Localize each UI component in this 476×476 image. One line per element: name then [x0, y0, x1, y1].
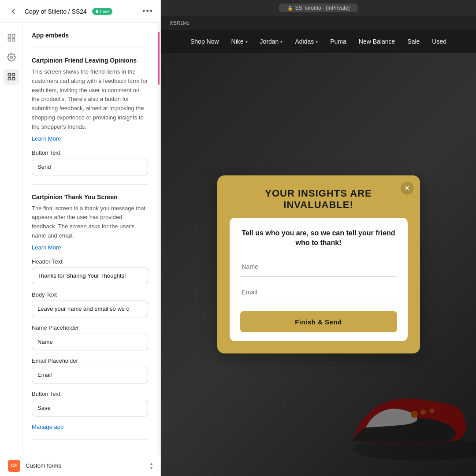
chevron-up-down-icon: ▲ ▼ — [149, 461, 153, 470]
thank-you-title: Cartpinion Thank You Screen — [32, 193, 148, 201]
body-text-label: Body Text — [32, 291, 148, 298]
nav-item-nike[interactable]: Nike ▾ — [231, 38, 248, 45]
nav-item-jordan[interactable]: Jordan ▾ — [260, 38, 283, 45]
left-sidebar — [0, 23, 23, 455]
svg-point-4 — [10, 56, 12, 59]
friend-opinions-body: This screen shows the friend items in th… — [32, 67, 148, 132]
modal-email-input[interactable] — [240, 282, 397, 302]
svg-rect-2 — [8, 39, 11, 41]
sidebar-icon-apps[interactable] — [4, 69, 19, 85]
nav-item-sale[interactable]: Sale — [407, 38, 420, 45]
main-content-area: App embeds Cartpinion Friend Leaving Opi… — [0, 23, 160, 455]
nav-item-new-balance[interactable]: New Balance — [359, 38, 395, 45]
svg-rect-3 — [12, 39, 15, 41]
learn-more-link-1[interactable]: Learn More — [32, 135, 61, 142]
right-panel: 🔒 SS Toronto - [InPrivate] j6BR1Mz Shop … — [161, 0, 476, 476]
manage-app-link[interactable]: Manage app — [32, 424, 63, 430]
button-text-input-2[interactable] — [32, 400, 148, 416]
modal-overlay: ✕ YOUR INSIGHTS ARE INVALUABLE! Tell us … — [161, 53, 476, 476]
lock-icon: 🔒 — [287, 6, 293, 11]
scroll-content[interactable]: App embeds Cartpinion Friend Leaving Opi… — [23, 23, 157, 455]
divider-2 — [32, 184, 148, 185]
nav-item-shop-now[interactable]: Shop Now — [190, 38, 219, 45]
toggle-stub[interactable]: ▲ ▼ — [149, 461, 153, 470]
page-title: Copy of Stiletto / SS24 — [25, 8, 87, 15]
nav-item-puma[interactable]: Puma — [330, 38, 346, 45]
browser-url-text: SS Toronto - [InPrivate] — [295, 5, 350, 11]
browser-bar: 🔒 SS Toronto - [InPrivate] — [161, 0, 476, 16]
store-nav: Shop Now Nike ▾ Jordan ▾ Adidas ▾ Puma N… — [161, 30, 476, 53]
friend-opinions-title: Cartpinion Friend Leaving Opinions — [32, 57, 148, 64]
scroll-indicator — [157, 23, 160, 455]
nav-item-adidas[interactable]: Adidas ▾ — [295, 38, 318, 45]
divider-3 — [32, 439, 148, 440]
browser-url: 🔒 SS Toronto - [InPrivate] — [279, 4, 359, 12]
modal-name-input[interactable] — [240, 257, 397, 277]
nike-chevron-icon: ▾ — [245, 39, 248, 44]
app-embeds-title: App embeds — [32, 32, 148, 39]
svg-rect-6 — [12, 74, 15, 76]
adidas-chevron-icon: ▾ — [316, 39, 318, 44]
jordan-chevron-icon: ▾ — [280, 39, 283, 44]
live-dot — [96, 10, 98, 13]
live-badge: Live — [92, 8, 112, 15]
sidebar-icon-settings[interactable] — [4, 49, 19, 65]
modal-close-button[interactable]: ✕ — [401, 182, 414, 195]
divider-1 — [32, 48, 148, 48]
modal-card: Tell us who you are, so we can tell your… — [230, 218, 408, 342]
svg-rect-5 — [8, 74, 11, 76]
name-placeholder-input[interactable] — [32, 334, 148, 350]
custom-forms-label: Custom forms — [26, 462, 61, 469]
scroll-thumb — [158, 32, 160, 85]
nav-item-used[interactable]: Used — [432, 38, 446, 45]
header-text-label: Header Text — [32, 258, 148, 265]
svg-rect-1 — [12, 35, 15, 37]
svg-rect-0 — [8, 35, 11, 37]
custom-forms-icon: CF — [7, 459, 21, 473]
button-text-input-1[interactable] — [32, 159, 148, 175]
store-content: Shop Now Nike ▾ Jordan ▾ Adidas ▾ Puma N… — [161, 30, 476, 476]
top-bar: Copy of Stiletto / SS24 Live ••• — [0, 0, 160, 23]
modal-subtitle: Tell us who you are, so we can tell your… — [240, 228, 397, 248]
email-placeholder-input[interactable] — [32, 367, 148, 383]
sidebar-icon-layout[interactable] — [4, 30, 19, 46]
button-text-label-1: Button Text — [32, 149, 148, 156]
svg-rect-7 — [8, 78, 11, 80]
learn-more-link-2[interactable]: Learn More — [32, 244, 61, 251]
bottom-bar: CF Custom forms ▲ ▼ — [0, 455, 160, 476]
header-text-input[interactable] — [32, 268, 148, 284]
more-menu-button[interactable]: ••• — [142, 7, 153, 16]
close-icon: ✕ — [404, 184, 410, 192]
back-button[interactable] — [7, 5, 19, 18]
finish-send-button[interactable]: Finish & Send — [240, 311, 397, 332]
thank-you-body: The final screen is a thank you message … — [32, 204, 148, 241]
custom-forms-icon-label: CF — [11, 463, 17, 468]
modal-dialog: ✕ YOUR INSIGHTS ARE INVALUABLE! Tell us … — [217, 175, 420, 354]
name-placeholder-label: Name Placeholder — [32, 324, 148, 331]
modal-title: YOUR INSIGHTS ARE INVALUABLE! — [230, 188, 408, 211]
body-text-input[interactable] — [32, 301, 148, 317]
button-text-label-2: Button Text — [32, 390, 148, 397]
svg-rect-8 — [12, 78, 15, 80]
tab-bar: j6BR1Mz — [161, 16, 476, 30]
email-placeholder-label: Email Placeholder — [32, 357, 148, 364]
left-panel: Copy of Stiletto / SS24 Live ••• — [0, 0, 161, 476]
store-background: KIXS ✕ — [161, 53, 476, 476]
tab-item[interactable]: j6BR1Mz — [165, 19, 194, 27]
